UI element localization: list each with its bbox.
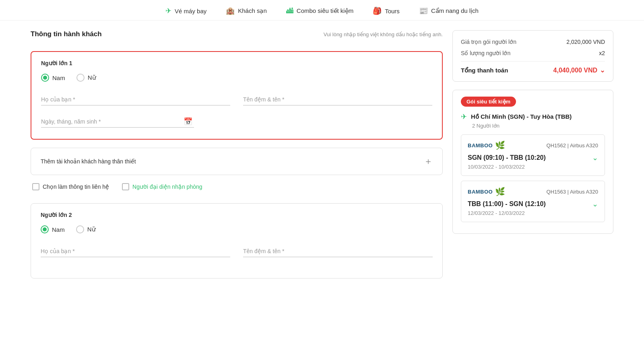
section-title: Thông tin hành khách [31,30,102,38]
price-total-row: Tổng thanh toán 4,040,000 VND ⌄ [461,66,605,74]
flight-card: Gói siêu tiết kiệm ✈ Hồ Chí Minh (SGN) -… [452,90,613,234]
radio-nu-label: Nữ [88,74,96,81]
ten-input-2[interactable] [243,245,433,257]
bamboo-logo-1: BAMBOO [468,142,493,149]
so-luong-value: x2 [599,50,605,56]
radio-nam-2[interactable]: Nam [41,225,65,233]
flight-segment-1: BAMBOO 🌿 QH1562 | Airbus A320 SGN (09:10… [461,134,605,176]
checkbox-nguoi-dai-dien-label: Người đại diện nhận phòng [132,184,202,190]
loyalty-label: Thêm tài khoản khách hàng thân thiết [41,158,136,165]
nav-hotel[interactable]: 🏨 Khách sạn [226,6,267,15]
nav-combo-label: Combo siêu tiết kiệm [297,7,353,14]
flight-date-1: 10/03/2022 - 10/03/2022 [468,164,598,170]
radio-nam-2-circle [41,225,49,233]
flight-code-2: QH1563 | Airbus A320 [547,189,598,195]
hotel-icon: 🏨 [226,6,235,15]
route-header: ✈ Hồ Chí Minh (SGN) - Tuy Hòa (TBB) [461,112,605,121]
tours-icon: 🎒 [373,6,382,15]
nav-hotel-label: Khách sạn [238,7,267,14]
checkbox-chon-lam[interactable]: Chọn làm thông tin liên hệ [32,183,109,190]
airline-brand-1: BAMBOO 🌿 [468,140,505,150]
ho-input-2[interactable] [41,245,230,257]
price-row-soluong: Số lượng người lớn x2 [461,50,605,56]
passenger-1-title: Người lớn 1 [41,60,432,66]
checkbox-chon-lam-label: Chọn làm thông tin liên hệ [43,184,109,190]
radio-nam-2-label: Nam [52,226,65,233]
radio-nu-2[interactable]: Nữ [76,225,96,233]
radio-nu-2-circle [76,225,84,233]
add-loyalty-icon[interactable]: ＋ [424,155,433,167]
radio-nu-circle [76,74,85,82]
radio-nu[interactable]: Nữ [76,74,96,82]
section-subtitle: Vui lòng nhập tiếng việt không dấu hoặc … [324,31,443,37]
route-text: Hồ Chí Minh (SGN) - Tuy Hòa (TBB) [471,113,572,120]
ho-field-2 [41,245,230,257]
name-fields-row [41,93,432,105]
flight-segment-2: BAMBOO 🌿 QH1563 | Airbus A320 TBB (11:00… [461,181,605,222]
flight-code-1: QH1562 | Airbus A320 [547,142,598,149]
flight-time-1: SGN (09:10) - TBB (10:20) [468,154,546,161]
ten-input[interactable] [243,93,432,105]
bamboo-leaf-2: 🌿 [495,187,505,196]
radio-nam-circle [41,74,49,82]
nav-travel-guide[interactable]: 📰 Cẩm nang du lịch [419,6,479,15]
tong-value: 4,040,000 VND ⌄ [553,66,605,74]
passenger-1-card: Người lớn 1 Nam Nữ [31,51,443,140]
nav-combo[interactable]: 🏙 Combo siêu tiết kiệm [286,7,353,15]
nav-travel-guide-label: Cẩm nang du lịch [431,7,479,14]
gender-radio-group: Nam Nữ [41,74,432,82]
combo-icon: 🏙 [286,7,293,15]
chevron-down-green-1[interactable]: ⌄ [592,153,598,162]
airline-brand-2: BAMBOO 🌿 [468,187,505,196]
route-plane-icon: ✈ [461,112,467,121]
flight-time-row-2: TBB (11:00) - SGN (12:10) ⌄ [468,200,598,208]
checkbox-nguoi-dai-dien[interactable]: Người đại diện nhận phòng [122,183,202,190]
flight-date-2: 12/03/2022 - 12/03/2022 [468,210,598,216]
flight-time-2: TBB (11:00) - SGN (12:10) [468,200,546,208]
date-field: 📅 [41,115,194,128]
airline-row-1: BAMBOO 🌿 QH1562 | Airbus A320 [468,140,598,150]
airline-row-2: BAMBOO 🌿 QH1563 | Airbus A320 [468,187,598,196]
passenger-2-card: Người lớn 2 Nam Nữ [31,203,443,278]
tong-label: Tổng thanh toán [461,67,508,74]
price-row-gia: Giá trọn gói người lớn 2,020,000 VND [461,39,605,45]
top-navigation: ✈ Vé máy bay 🏨 Khách sạn 🏙 Combo siêu ti… [0,0,644,21]
travel-guide-icon: 📰 [419,6,428,15]
ten-field [243,93,432,105]
price-summary: Giá trọn gói người lớn 2,020,000 VND Số … [452,30,613,82]
bamboo-logo-2: BAMBOO [468,189,493,195]
bamboo-leaf-1: 🌿 [495,140,505,150]
so-luong-label: Số lượng người lớn [461,50,510,56]
tong-amount: 4,040,000 VND [553,67,597,74]
nav-tours[interactable]: 🎒 Tours [373,6,400,15]
gia-label: Giá trọn gói người lớn [461,39,516,45]
route-passengers: 2 Người lớn [472,123,605,129]
main-layout: Thông tin hành khách Vui lòng nhập tiếng… [24,21,620,296]
ho-input[interactable] [41,93,230,105]
date-input[interactable] [41,115,194,128]
flight-time-row-1: SGN (09:10) - TBB (10:20) ⌄ [468,153,598,162]
package-badge: Gói siêu tiết kiệm [461,97,516,107]
name-fields-row-2 [41,245,433,257]
right-panel: Giá trọn gói người lớn 2,020,000 VND Số … [452,30,613,287]
loyalty-card[interactable]: Thêm tài khoản khách hàng thân thiết ＋ [31,148,443,175]
radio-nam[interactable]: Nam [41,74,65,82]
checkbox-chon-lam-box [32,183,39,190]
ten-field-2 [243,245,433,257]
checkbox-row: Chọn làm thông tin liên hệ Người đại diệ… [31,183,443,190]
chevron-down-green-2[interactable]: ⌄ [592,200,598,208]
nav-flight[interactable]: ✈ Vé máy bay [165,6,206,15]
ho-field [41,93,230,105]
gender-radio-group-2: Nam Nữ [41,225,433,233]
nav-tours-label: Tours [385,8,400,14]
chevron-down-icon[interactable]: ⌄ [600,66,605,74]
radio-nu-2-label: Nữ [87,226,96,233]
nav-flight-label: Vé máy bay [175,8,206,14]
checkbox-nguoi-dai-dien-box [122,183,129,190]
gia-value: 2,020,000 VND [566,39,605,45]
radio-nam-label: Nam [52,74,65,81]
flight-icon: ✈ [165,6,171,15]
passenger-2-title: Người lớn 2 [41,212,433,218]
left-panel: Thông tin hành khách Vui lòng nhập tiếng… [31,30,443,287]
